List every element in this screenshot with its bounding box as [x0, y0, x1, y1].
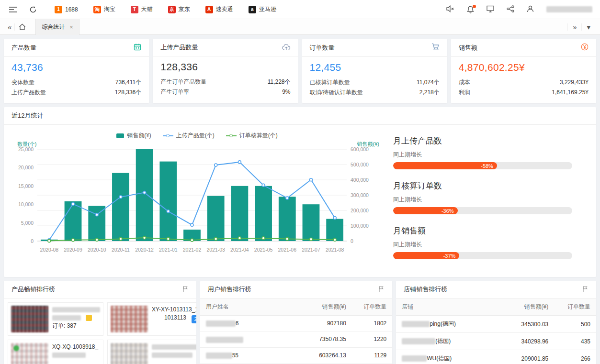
- svg-text:5,000: 5,000: [21, 220, 34, 226]
- redacted-name: [402, 338, 435, 344]
- stat-card-uploaded-products: 上传产品数量 128,336 产生订单产品数量11,228个 产生订单率9%: [153, 39, 298, 103]
- flag-icon[interactable]: [182, 286, 189, 294]
- site-shortcut-aliexpress[interactable]: A 速卖通: [205, 5, 233, 13]
- growth-progress-fill: -37%: [393, 252, 459, 259]
- notifications-bell-icon[interactable]: [467, 6, 474, 13]
- legend-item-orders[interactable]: 订单核算量(个): [226, 132, 278, 140]
- growth-title: 月销售额: [393, 225, 572, 236]
- refresh-icon[interactable]: [28, 4, 38, 15]
- panel-title: 店铺销售排行榜: [404, 285, 447, 294]
- site-shortcut-tmall[interactable]: T 天猫: [131, 5, 153, 13]
- svg-text:2021-04: 2021-04: [230, 247, 249, 253]
- stat-label: 上传产品数量: [11, 88, 46, 98]
- stat-label: 变体数量: [11, 77, 34, 88]
- site-shortcut-jd[interactable]: 京 京东: [168, 5, 190, 13]
- table-row[interactable]: WU(德国) 209001.85 266: [396, 350, 596, 364]
- column-header[interactable]: 订单数量: [352, 298, 392, 316]
- tabs-scroll-left-icon[interactable]: «: [5, 23, 14, 31]
- sales-cell: 209001.85: [500, 350, 554, 364]
- svg-text:数量(个): 数量(个): [17, 142, 36, 147]
- growth-subtitle: 同上期增长: [393, 241, 572, 249]
- stat-card-title: 产品数量: [11, 44, 36, 52]
- svg-text:2020-08: 2020-08: [40, 247, 59, 253]
- site-shortcut-taobao[interactable]: 淘 淘宝: [93, 5, 115, 13]
- tab-label: 综合统计: [42, 23, 65, 31]
- bar-line-chart[interactable]: 0100,000200,000300,000400,000500,000600,…: [8, 142, 386, 257]
- sales-cell: 603264.13: [300, 347, 351, 363]
- svg-text:销售额(¥): 销售额(¥): [357, 142, 379, 147]
- site-shortcut-amazon[interactable]: a 亚马逊: [249, 5, 276, 13]
- column-header[interactable]: 销售额(¥): [500, 298, 554, 316]
- product-grid: 订单: 387 XY-XY-1013113_1 1013113 2 XQ-XQ-…: [4, 298, 196, 364]
- name-suffix: 6: [236, 320, 239, 327]
- site-shortcut-1688[interactable]: 1 1688: [55, 6, 78, 13]
- site-tmall-icon: T: [131, 6, 138, 13]
- stat-sub-value: 9%: [282, 87, 290, 97]
- product-card[interactable]: XQ-XQ-1003918_: [8, 340, 103, 364]
- orders-cell: 1220: [352, 331, 392, 347]
- site-aliexpress-icon: A: [205, 6, 213, 13]
- column-header[interactable]: 订单数量: [554, 298, 596, 316]
- legend-line-swatch: [163, 135, 173, 136]
- table-row[interactable]: 735078.35 1220: [200, 331, 393, 347]
- site-label: 京东: [179, 5, 190, 13]
- flag-icon[interactable]: [582, 286, 589, 294]
- growth-value: -58%: [481, 163, 493, 169]
- site-label: 亚马逊: [259, 5, 276, 13]
- redacted-text: [52, 307, 100, 312]
- name-suffix: WU(德国): [427, 355, 452, 362]
- table-row[interactable]: ping(德国) 345300.03 500: [396, 316, 596, 333]
- table-row[interactable]: (德国) 340298.96 435: [396, 333, 596, 350]
- flag-icon[interactable]: [378, 286, 385, 294]
- growth-title: 月核算订单数: [393, 180, 572, 191]
- growth-panel: 月上传产品数 同上期增长 -58% 月核算订单数 同上期增长 -36% 月销售额…: [386, 129, 592, 270]
- share-nodes-icon[interactable]: [507, 5, 514, 14]
- legend-item-uploads[interactable]: 上传产品量(个): [163, 132, 215, 140]
- cloud-upload-icon: [282, 44, 291, 52]
- panel-title: 用户销售排行榜: [208, 285, 251, 294]
- site-label: 天猫: [141, 5, 153, 13]
- user-ranking-panel: 用户销售排行榜 用户姓名 销售额(¥) 订单数量 6 907180 1802: [200, 281, 393, 364]
- mute-speaker-icon[interactable]: [446, 5, 454, 14]
- tab-close-icon[interactable]: ×: [69, 23, 73, 31]
- stat-label: 利润: [459, 88, 470, 98]
- calendar-icon: [134, 43, 141, 52]
- product-card[interactable]: 订单: 387: [8, 302, 103, 336]
- column-header[interactable]: 店铺: [396, 298, 500, 316]
- site-shortcuts: 1 1688 淘 淘宝 T 天猫 京 京东 A 速卖通 a 亚马逊: [55, 5, 292, 13]
- tabs-scroll-right-icon[interactable]: »: [567, 23, 581, 31]
- column-header[interactable]: 用户姓名: [200, 298, 300, 316]
- table-row[interactable]: 6 907180 1802: [200, 316, 393, 331]
- growth-value: -36%: [442, 208, 454, 214]
- site-label: 速卖通: [216, 5, 233, 13]
- user-account-redacted[interactable]: [546, 6, 592, 12]
- column-header[interactable]: 销售额(¥): [300, 298, 351, 316]
- screen-icon[interactable]: [487, 5, 494, 14]
- svg-text:2021-01: 2021-01: [159, 247, 178, 253]
- monthly-stats-panel: 近12月统计 销售额(¥) 上传产品量(个) 订单核算量(个) 0100,000…: [4, 107, 596, 277]
- product-card[interactable]: XY-XY-1013113_1 1013113 2: [107, 302, 196, 336]
- collapse-menu-icon[interactable]: [8, 4, 18, 15]
- product-orders: 订单: 387: [52, 322, 100, 330]
- svg-text:2021-05: 2021-05: [254, 247, 273, 253]
- table-row[interactable]: 55 603264.13 1129: [200, 347, 393, 363]
- stat-sub-value: 1,641,169.25¥: [552, 88, 589, 98]
- svg-text:2021-08: 2021-08: [326, 247, 344, 253]
- main-content: 产品数量 43,736 变体数量736,411个 上传产品数量128,336个 …: [0, 35, 600, 364]
- count-badge: 2: [192, 315, 196, 323]
- stat-label: 取消/待确认订单数量: [310, 88, 363, 98]
- home-icon[interactable]: [14, 23, 30, 31]
- legend-item-sales[interactable]: 销售额(¥): [116, 132, 151, 140]
- name-suffix: (德国): [435, 338, 451, 344]
- stat-sub-value: 2,218个: [419, 88, 440, 98]
- tab-comprehensive-stats[interactable]: 综合统计 ×: [35, 19, 79, 35]
- redacted-name: [206, 337, 243, 343]
- cart-icon: [431, 43, 440, 52]
- growth-value: -37%: [443, 253, 456, 259]
- user-icon[interactable]: [527, 5, 534, 14]
- product-card[interactable]: [107, 340, 196, 364]
- tabs-dropdown-icon[interactable]: ▾: [581, 23, 595, 31]
- page-tab-bar: « 综合统计 × » ▾: [0, 19, 600, 35]
- chart-area: 销售额(¥) 上传产品量(个) 订单核算量(个) 0100,000200,000…: [8, 129, 386, 270]
- site-jd-icon: 京: [168, 6, 176, 13]
